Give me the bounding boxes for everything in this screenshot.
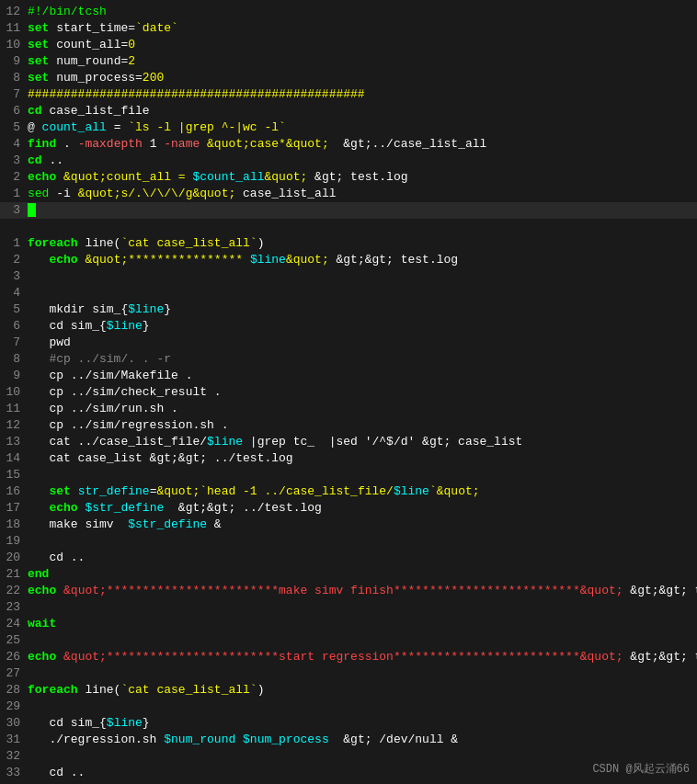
line-number: 17	[2, 500, 28, 517]
line-number: 1	[2, 186, 28, 202]
line-10: 2echo &quot;count_all = $count_all&quot;…	[0, 169, 697, 186]
line-number: 26	[2, 649, 28, 665]
line-number: 9	[2, 368, 28, 384]
line-content: echo &quot;************************make …	[28, 583, 697, 599]
line-content: cd ..	[28, 153, 695, 169]
line-content: cd case_list_file	[28, 103, 695, 119]
line-number: 25	[2, 632, 28, 649]
line-39: 26echo &quot;************************sta…	[0, 649, 697, 665]
line-34: 21end	[0, 566, 697, 583]
cursor	[28, 203, 36, 217]
line-number: 12	[2, 4, 28, 20]
line-content: cp ../sim/Makefile .	[28, 368, 695, 384]
line-number: 21	[2, 566, 28, 583]
line-number: 20	[2, 550, 28, 566]
line-content: set num_round=2	[28, 53, 695, 70]
line-content: echo &quot;count_all = $count_all&quot; …	[28, 169, 695, 186]
line-number: 12	[2, 417, 28, 434]
line-content: mkdir sim_{$line}	[28, 301, 695, 318]
line-number: 13	[2, 434, 28, 450]
line-23: 10 cp ../sim/check_result .	[0, 384, 697, 401]
line-number: 32	[2, 748, 28, 765]
line-content: cat ../case_list_file/$line |grep tc_ |s…	[28, 434, 695, 450]
line-4: 8set num_process=200	[0, 70, 697, 86]
line-number: 29	[2, 699, 28, 715]
line-content: cp ../sim/run.sh .	[28, 401, 695, 417]
line-29: 16 set str_define=&quot;`head -1 ../case…	[0, 483, 697, 500]
line-content: cd sim_{$line}	[28, 318, 695, 335]
line-content: foreach line(`cat case_list_all`)	[28, 682, 695, 699]
line-5: 7#######################################…	[0, 86, 697, 103]
line-number: 1	[2, 235, 28, 252]
line-content	[28, 202, 695, 219]
line-40: 27	[0, 665, 697, 682]
line-number: 3	[2, 153, 28, 169]
line-content: set num_process=200	[28, 70, 695, 86]
line-42: 29	[0, 699, 697, 715]
line-content: @ count_all = `ls -l |grep ^-|wc -l`	[28, 119, 695, 136]
line-content	[28, 699, 695, 715]
line-20: 7 pwd	[0, 335, 697, 351]
line-content: set count_all=0	[28, 37, 695, 53]
line-number: 18	[2, 517, 28, 533]
line-27: 14 cat case_list &gt;&gt; ../test.log	[0, 450, 697, 467]
line-7: 5@ count_all = `ls -l |grep ^-|wc -l`	[0, 119, 697, 136]
line-number: 7	[2, 86, 28, 103]
line-number: 4	[2, 285, 28, 301]
code-container: 12#!/bin/tcsh11set start_time=`date`10se…	[0, 0, 697, 784]
line-number: 24	[2, 616, 28, 632]
line-number: 3	[2, 268, 28, 285]
line-content: end	[28, 566, 695, 583]
line-number: 9	[2, 53, 28, 70]
line-31: 18 make simv $str_define &	[0, 517, 697, 533]
line-number: 28	[2, 682, 28, 699]
line-19: 6 cd sim_{$line}	[0, 318, 697, 335]
line-9: 3cd ..	[0, 153, 697, 169]
line-number: 8	[2, 70, 28, 86]
line-14: 1foreach line(`cat case_list_all`)	[0, 235, 697, 252]
line-number: 10	[2, 384, 28, 401]
line-content	[28, 632, 695, 649]
line-25: 12 cp ../sim/regression.sh .	[0, 417, 697, 434]
line-2: 10set count_all=0	[0, 37, 697, 53]
line-number: 11	[2, 401, 28, 417]
line-content: set start_time=`date`	[28, 20, 695, 37]
line-content: echo $str_define &gt;&gt; ../test.log	[28, 500, 695, 517]
line-content	[28, 268, 695, 285]
line-content	[28, 599, 695, 616]
line-number: 31	[2, 732, 28, 748]
line-number	[2, 219, 28, 235]
line-number: 33	[2, 765, 28, 781]
line-content: wait	[28, 616, 695, 632]
line-1: 11set start_time=`date`	[0, 20, 697, 37]
line-number: 8	[2, 351, 28, 368]
line-content	[28, 665, 695, 682]
line-number: 22	[2, 583, 28, 599]
line-content: pwd	[28, 335, 695, 351]
line-content: #!/bin/tcsh	[28, 4, 695, 20]
line-number: 15	[2, 467, 28, 483]
line-number: 3	[2, 202, 28, 219]
line-32: 19	[0, 533, 697, 550]
line-24: 11 cp ../sim/run.sh .	[0, 401, 697, 417]
line-number: 14	[2, 450, 28, 467]
line-content: cp ../sim/check_result .	[28, 384, 695, 401]
line-content: echo &quot;************************start…	[28, 649, 697, 665]
line-content: sed -i &quot;s/.\/\/\/g&quot; case_list_…	[28, 186, 695, 202]
line-17: 4	[0, 285, 697, 301]
line-18: 5 mkdir sim_{$line}	[0, 301, 697, 318]
line-13	[0, 219, 697, 235]
line-6: 6cd case_list_file	[0, 103, 697, 119]
line-content	[28, 285, 695, 301]
line-number: 2	[2, 252, 28, 268]
line-16: 3	[0, 268, 697, 285]
line-33: 20 cd ..	[0, 550, 697, 566]
line-content: #cp ../sim/. . -r	[28, 351, 695, 368]
line-number: 30	[2, 715, 28, 732]
line-number: 4	[2, 136, 28, 153]
line-number: 19	[2, 533, 28, 550]
line-content: set str_define=&quot;`head -1 ../case_li…	[28, 483, 695, 500]
line-35: 22echo &quot;************************mak…	[0, 583, 697, 599]
line-11: 1sed -i &quot;s/.\/\/\/g&quot; case_list…	[0, 186, 697, 202]
line-number: 27	[2, 665, 28, 682]
